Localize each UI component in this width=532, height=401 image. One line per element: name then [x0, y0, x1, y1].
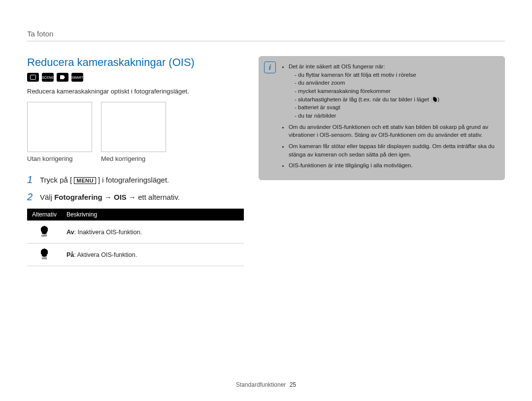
note-sub-f: du tar närbilder — [295, 112, 498, 120]
step-1-post: ] i fotograferingsläget. — [98, 176, 169, 184]
note-line-4: OIS-funktionen är inte tillgänglig i all… — [289, 161, 498, 170]
step-2-sep1: → — [104, 193, 114, 201]
menu-label: MENU — [74, 177, 96, 184]
step-1-pre: Tryck på [ — [40, 176, 72, 184]
page-footer: Standardfunktioner 25 — [0, 381, 532, 388]
step-2-b2: OIS — [114, 193, 127, 201]
caption-row: Utan korrigering Med korrigering — [27, 155, 244, 162]
note-sub-c: mycket kameraskakning förekommer — [295, 87, 498, 95]
manual-page: Ta foton Reducera kameraskakningar (OIS)… — [0, 0, 532, 401]
ois-off-desc: Av: Inaktivera OIS-funktion. — [62, 221, 244, 244]
ois-on-desc: På: Aktivera OIS-funktion. — [62, 244, 244, 266]
step-2-sep2: → — [129, 193, 138, 201]
footer-page: 25 — [290, 381, 296, 388]
mode-icon-row: SCENE SMART — [27, 73, 244, 82]
note-sub-b: du använder zoom — [295, 79, 498, 87]
step-2: 2 Välj Fotografering → OIS → ett alterna… — [27, 191, 244, 203]
example-with-correction — [101, 102, 166, 152]
note-line-2: Om du använder OIS-funktionen och ett st… — [289, 123, 498, 139]
on-label: På — [66, 251, 74, 258]
mode-video-icon — [57, 73, 68, 82]
note-sub-d-post: ) — [437, 96, 439, 102]
example-without-correction — [27, 102, 92, 152]
th-beskrivning: Beskrivning — [62, 209, 244, 221]
step-1: 1 Tryck på [ MENU ] i fotograferingsläge… — [27, 174, 244, 185]
step-number: 1 — [27, 174, 35, 185]
ois-on-icon-cell — [27, 244, 62, 266]
menu-button-icon: MENU — [74, 177, 96, 184]
note-sub-a: du flyttar kameran för att följa ett mot… — [295, 71, 498, 79]
ois-on-icon — [39, 248, 50, 259]
example-images — [27, 102, 244, 152]
note-line-3: Om kameran får stötar eller tappas blir … — [289, 142, 498, 158]
note-sub-d-pre: slutarhastigheten är låg (t.ex. när du t… — [298, 96, 431, 102]
breadcrumb: Ta foton — [27, 30, 505, 41]
note-line-1: Det är inte säkert att OIS fungerar när: — [289, 63, 385, 69]
options-table: Alternativ Beskrivning Av: Inaktivera OI… — [27, 209, 244, 266]
ois-off-icon — [39, 226, 50, 237]
mode-scene-icon: SCENE — [42, 73, 54, 82]
footer-section: Standardfunktioner — [236, 381, 286, 388]
th-alternativ: Alternativ — [27, 209, 62, 221]
caption-without: Utan korrigering — [27, 155, 92, 162]
left-column: Reducera kameraskakningar (OIS) SCENE SM… — [27, 56, 244, 266]
intro-text: Reducera kameraskakningar optiskt i foto… — [27, 88, 244, 95]
note-box: i Det är inte säkert att OIS fungerar nä… — [259, 56, 505, 180]
caption-with: Med korrigering — [101, 155, 166, 162]
ois-off-icon-cell — [27, 221, 62, 244]
mode-program-icon — [27, 73, 39, 82]
step-2-post: ett alternativ. — [138, 193, 180, 201]
note-sub-d: slutarhastigheten är låg (t.ex. när du t… — [295, 95, 498, 104]
on-text: : Aktivera OIS-funktion. — [74, 251, 137, 258]
page-title: Reducera kameraskakningar (OIS) — [27, 56, 244, 69]
content-columns: Reducera kameraskakningar (OIS) SCENE SM… — [27, 56, 505, 266]
night-mode-icon — [431, 97, 437, 103]
table-row: På: Aktivera OIS-funktion. — [27, 244, 244, 266]
off-label: Av — [66, 229, 74, 236]
table-row: Av: Inaktivera OIS-funktion. — [27, 221, 244, 244]
note-sub-e: batteriet är svagt — [295, 103, 498, 112]
step-1-text: Tryck på [ MENU ] i fotograferingsläget. — [40, 176, 169, 184]
off-text: : Inaktivera OIS-funktion. — [74, 229, 142, 236]
mode-smart-icon: SMART — [71, 73, 83, 82]
step-2-b1: Fotografering — [54, 193, 102, 201]
step-2-text: Välj Fotografering → OIS → ett alternati… — [40, 193, 180, 201]
right-column: i Det är inte säkert att OIS fungerar nä… — [259, 56, 505, 266]
step-number: 2 — [27, 191, 35, 203]
step-2-pre: Välj — [40, 193, 54, 201]
info-icon: i — [264, 62, 276, 73]
